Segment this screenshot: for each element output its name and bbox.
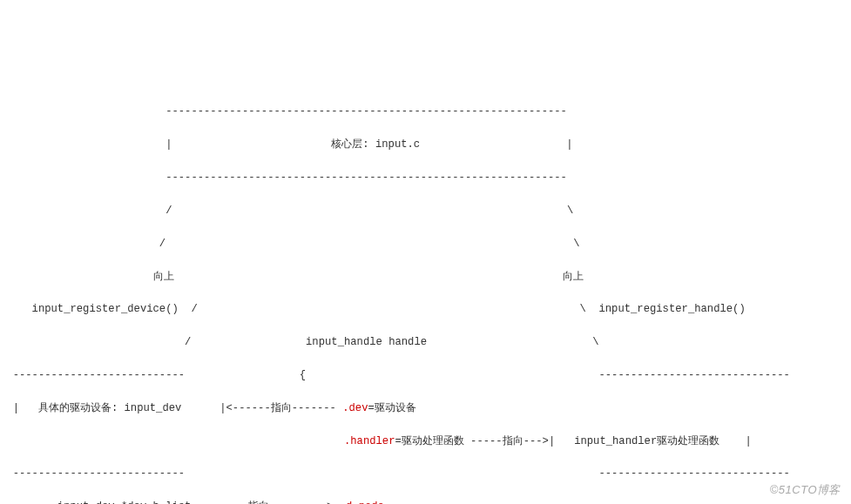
line: / \ (0, 205, 573, 217)
line: ----------------------------------------… (0, 171, 567, 184)
field-handler: .handler (344, 435, 395, 447)
line: ----------------------------------------… (0, 105, 567, 118)
handler-row: .handler=驱动处理函数 -----指向--->| input_handl… (0, 435, 752, 447)
watermark: ©51CTO博客 (770, 481, 841, 499)
diagram-canvas: ----------------------------------------… (0, 83, 851, 504)
up-direction-label: 向上 向上 (0, 271, 584, 283)
line: / \ (0, 238, 580, 250)
core-layer-label: | 核心层: input.c | (0, 138, 573, 151)
field-dev: .dev (342, 402, 368, 414)
line: --------------------------- { ----------… (0, 369, 790, 381)
field-d-node: .d_node (340, 501, 384, 504)
line: --------------------------- ------------… (0, 467, 790, 480)
handle-struct-open: / input_handle handle \ (0, 336, 599, 348)
register-functions: input_register_device() / \ input_regist… (0, 303, 746, 315)
dev-row: | 具体的驱动设备: input_dev |<------指向------- .… (0, 402, 416, 414)
dnode-row: input_dev *dev.h_list---------指向--------… (0, 501, 384, 504)
